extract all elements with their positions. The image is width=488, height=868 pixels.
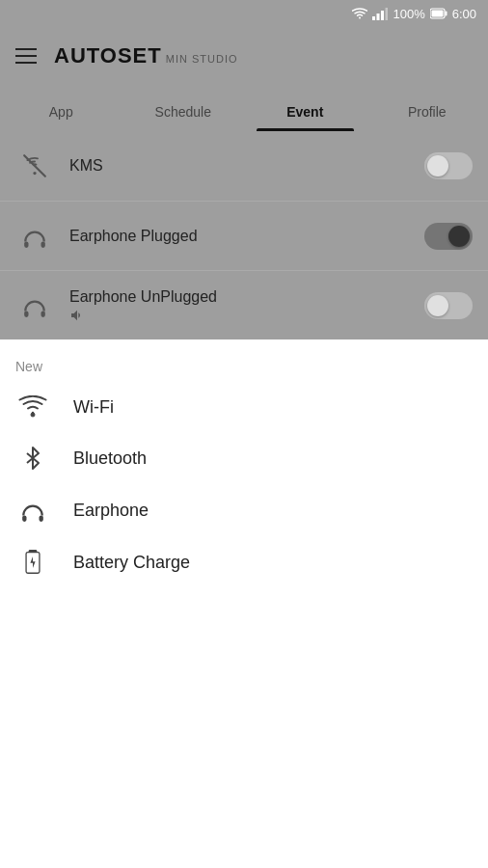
bluetooth-new-icon: [15, 446, 50, 471]
earphone-new-label: Earphone: [73, 501, 149, 521]
headphones-plugged-icon: [15, 224, 54, 249]
kms-toggle[interactable]: [424, 152, 473, 179]
earphone-unplugged-label: Earphone UnPlugged: [69, 288, 217, 305]
svg-point-8: [33, 172, 36, 175]
svg-rect-3: [386, 8, 389, 20]
svg-rect-1: [377, 14, 380, 20]
new-section: New Wi-Fi Bluetoo: [0, 339, 488, 588]
tab-app[interactable]: App: [0, 104, 122, 131]
earphone-plugged-label: Earphone Plugged: [69, 228, 198, 244]
signal-icon: [372, 8, 388, 20]
kms-label: KMS: [69, 157, 103, 174]
headphones-unplugged-icon: [15, 293, 54, 318]
earphone-plugged-content: Earphone Plugged: [54, 228, 424, 245]
list-item-earphone-unplugged[interactable]: Earphone UnPlugged: [0, 270, 488, 339]
list-item-earphone-plugged[interactable]: Earphone Plugged: [0, 201, 488, 270]
app-subtitle: MIN STUDIO: [166, 53, 238, 65]
svg-rect-16: [40, 515, 43, 522]
earphone-unplugged-sublabel: [69, 308, 424, 323]
menu-item-bluetooth[interactable]: Bluetooth: [15, 432, 473, 484]
svg-rect-12: [41, 311, 45, 317]
status-bar: 100% 6:00: [0, 0, 488, 27]
time-text: 6:00: [452, 7, 476, 21]
new-items-list: Wi-Fi Bluetooth Earphone: [15, 382, 473, 588]
wifi-off-icon: [15, 153, 54, 178]
kms-content: KMS: [54, 157, 424, 175]
earphone-unplugged-toggle[interactable]: [424, 292, 473, 319]
tabs: App Schedule Event Profile: [0, 85, 488, 131]
menu-button[interactable]: [15, 48, 37, 64]
svg-rect-6: [431, 11, 443, 17]
battery-new-icon: [15, 550, 50, 575]
earphone-new-icon: [15, 498, 50, 523]
tab-event[interactable]: Event: [244, 104, 366, 131]
menu-item-battery[interactable]: Battery Charge: [15, 536, 473, 588]
battery-new-label: Battery Charge: [73, 553, 190, 573]
svg-rect-0: [372, 16, 375, 20]
menu-item-wifi[interactable]: Wi-Fi: [15, 382, 473, 432]
event-list: KMS Earphone Plugged: [0, 131, 488, 339]
new-section-label: New: [15, 359, 473, 374]
header: AUTOSET MIN STUDIO: [0, 27, 488, 85]
earphone-plugged-toggle[interactable]: [424, 223, 473, 250]
svg-rect-9: [24, 241, 28, 247]
list-item-kms[interactable]: KMS: [0, 131, 488, 201]
svg-rect-2: [381, 11, 384, 20]
battery-status-icon: [430, 8, 447, 19]
svg-rect-5: [445, 12, 447, 16]
svg-rect-10: [41, 241, 45, 247]
svg-rect-15: [22, 515, 26, 522]
tab-profile[interactable]: Profile: [366, 104, 489, 131]
status-icons: 100% 6:00: [352, 7, 476, 21]
bluetooth-new-label: Bluetooth: [73, 448, 147, 469]
menu-item-earphone[interactable]: Earphone: [15, 484, 473, 536]
wifi-new-label: Wi-Fi: [73, 397, 114, 418]
svg-point-13: [31, 413, 35, 417]
tab-schedule[interactable]: Schedule: [122, 104, 245, 131]
battery-text: 100%: [393, 7, 424, 21]
volume-icon: [69, 308, 85, 323]
app-title: AUTOSET: [54, 43, 162, 68]
svg-rect-11: [24, 311, 28, 317]
wifi-status-icon: [352, 8, 367, 20]
earphone-unplugged-content: Earphone UnPlugged: [54, 288, 424, 323]
wifi-new-icon: [15, 395, 50, 419]
